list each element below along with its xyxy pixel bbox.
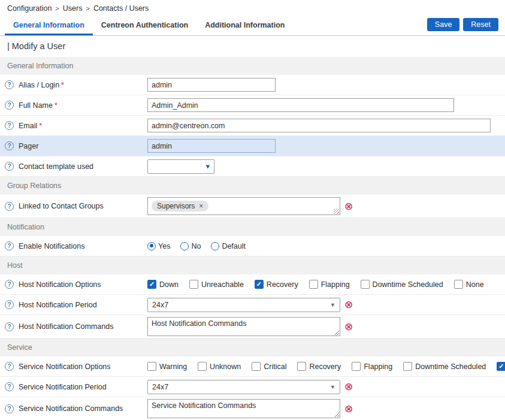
service-notification-commands-input[interactable]: Service Notification Commands (147, 399, 340, 418)
tab-additional-information[interactable]: Additional Information (196, 16, 293, 35)
service-notification-commands-label: Service Notification Commands (19, 404, 123, 413)
reset-button[interactable]: Reset (463, 18, 498, 31)
radio-no[interactable] (180, 242, 189, 250)
help-icon[interactable]: ? (5, 162, 14, 171)
clear-icon[interactable]: ⊗ (344, 201, 353, 211)
row-label: ? Email* (5, 121, 147, 130)
service-notification-period-select[interactable]: 24x7 ▼ (147, 380, 340, 394)
checkbox-item-unknown: Unknown (198, 362, 241, 371)
checkbox-label-critical: Critical (264, 362, 286, 371)
host-notification-period-select[interactable]: 24x7 ▼ (147, 298, 340, 312)
alias-login-input[interactable] (147, 78, 276, 92)
checkbox-label-recovery: Recovery (267, 280, 298, 289)
checkbox-unknown[interactable] (198, 362, 207, 371)
checkbox-none[interactable] (454, 280, 463, 289)
checkbox-label-warning: Warning (159, 362, 187, 371)
checkbox-item-none: ✓ None (497, 362, 505, 371)
checkbox-recovery-service[interactable] (297, 362, 306, 371)
alias-login-label: Alias / Login (19, 81, 59, 89)
checkbox-label-recovery: Recovery (309, 362, 341, 371)
radio-yes[interactable] (147, 242, 156, 250)
checkbox-item-downtime-scheduled: Downtime Scheduled (403, 362, 486, 371)
help-icon[interactable]: ? (5, 101, 14, 110)
row-field: ▾ (147, 159, 505, 174)
required-asterisk: * (39, 122, 42, 130)
clear-icon[interactable]: ⊗ (344, 382, 353, 392)
clear-icon[interactable]: ⊗ (344, 322, 353, 332)
radio-default[interactable] (211, 242, 219, 250)
row-label: ? Linked to Contact Groups (5, 202, 147, 211)
checkbox-label-flapping: Flapping (364, 362, 392, 371)
radio-label-no: No (191, 242, 201, 250)
chevron-down-icon: ▼ (330, 384, 335, 390)
checkbox-label-none: None (466, 280, 484, 289)
breadcrumb: Configuration > Users > Contacts / Users (0, 0, 505, 16)
row-field (147, 98, 505, 112)
save-button[interactable]: Save (427, 18, 460, 31)
help-icon[interactable]: ? (5, 80, 14, 89)
checkmark-icon: ✓ (149, 281, 155, 288)
service-notification-options-label: Service Notification Options (19, 362, 111, 371)
section-header-general-information: General Information (0, 57, 505, 75)
checkbox-downtime-scheduled[interactable] (361, 280, 370, 289)
checkbox-down[interactable]: ✓ (147, 280, 156, 289)
chip-remove-icon[interactable]: × (199, 203, 203, 210)
checkbox-recovery[interactable]: ✓ (255, 280, 264, 289)
checkbox-item-none: None (454, 280, 484, 289)
required-asterisk: * (55, 101, 58, 110)
tab-bar: General Information Centreon Authenticat… (0, 16, 505, 36)
enable-notifications-row: ? Enable Notifications Yes No Default (0, 236, 505, 256)
row-field: Yes No Default (147, 242, 505, 250)
row-label: ? Service Notification Period (5, 382, 147, 391)
help-icon[interactable]: ? (5, 404, 14, 413)
page-title: | Modify a User (0, 36, 505, 57)
help-icon[interactable]: ? (5, 382, 14, 391)
help-icon[interactable]: ? (5, 322, 14, 331)
help-icon[interactable]: ? (5, 141, 14, 150)
full-name-input[interactable] (147, 98, 454, 112)
help-icon[interactable]: ? (5, 280, 14, 289)
host-notification-commands-input[interactable]: Host Notification Commands (147, 317, 340, 336)
checkbox-none-service[interactable]: ✓ (497, 362, 505, 371)
contact-template-select[interactable]: ▾ (147, 159, 214, 174)
contact-groups-multiselect[interactable]: Supervisors × (147, 197, 340, 215)
clear-icon[interactable]: ⊗ (344, 300, 353, 310)
row-label: ? Enable Notifications (5, 241, 147, 250)
checkbox-flapping[interactable] (309, 280, 318, 289)
checkbox-label-unreachable: Unreachable (201, 280, 244, 289)
contact-groups-label: Linked to Contact Groups (19, 202, 104, 210)
checkbox-downtime-scheduled-service[interactable] (403, 362, 412, 371)
section-header-service: Service (0, 339, 505, 356)
alias-login-row: ? Alias / Login* (0, 75, 505, 95)
breadcrumb-configuration[interactable]: Configuration (7, 4, 52, 13)
checkbox-item-warning: Warning (147, 362, 187, 371)
clear-icon[interactable]: ⊗ (344, 404, 353, 414)
pager-input[interactable] (147, 139, 276, 153)
tab-centreon-authentication[interactable]: Centreon Authentication (93, 16, 196, 35)
help-icon[interactable]: ? (5, 300, 14, 309)
contact-groups-row: ? Linked to Contact Groups Supervisors ×… (0, 195, 505, 218)
checkbox-flapping-service[interactable] (352, 362, 361, 371)
breadcrumb-users[interactable]: Users (63, 4, 83, 13)
checkbox-item-recovery: ✓ Recovery (255, 280, 298, 289)
row-field: Supervisors × ⊗ (147, 197, 505, 215)
row-label: ? Contact template used (5, 162, 147, 171)
tab-general-information[interactable]: General Information (5, 16, 93, 35)
host-notification-commands-row: ? Host Notification Commands Host Notifi… (0, 315, 505, 339)
checkbox-critical[interactable] (252, 362, 261, 371)
help-icon[interactable]: ? (5, 362, 14, 371)
contact-template-label: Contact template used (19, 162, 93, 171)
help-icon[interactable]: ? (5, 121, 14, 130)
checkbox-unreachable[interactable] (189, 280, 198, 289)
breadcrumb-contacts-users[interactable]: Contacts / Users (93, 4, 149, 13)
full-name-row: ? Full Name* (0, 95, 505, 116)
checkbox-item-flapping: Flapping (309, 280, 350, 289)
email-input[interactable] (147, 119, 491, 132)
service-notification-period-row: ? Service Notification Period 24x7 ▼ ⊗ (0, 377, 505, 397)
host-notification-commands-label: Host Notification Commands (19, 322, 113, 331)
help-icon[interactable]: ? (5, 202, 14, 211)
help-icon[interactable]: ? (5, 241, 14, 250)
checkmark-icon: ✓ (256, 281, 262, 288)
checkbox-warning[interactable] (147, 362, 156, 371)
resize-grip-icon[interactable] (334, 209, 339, 214)
